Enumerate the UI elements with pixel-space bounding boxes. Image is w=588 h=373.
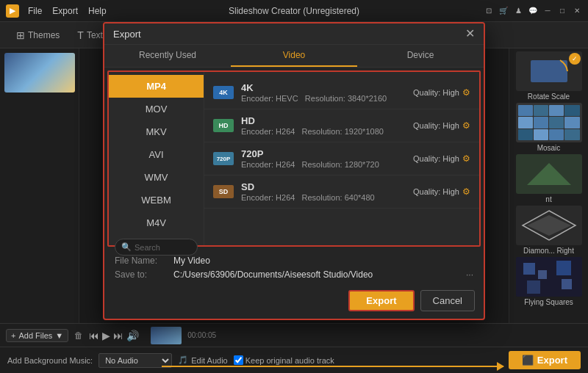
win-user-btn[interactable]: ♟	[513, 6, 523, 16]
format-mov[interactable]: MOV	[109, 98, 204, 120]
effect-flying-squares[interactable]: Flying Squares	[512, 257, 585, 306]
quality-720p-details: Encoder: H264 Resolution: 1280*720	[241, 160, 379, 169]
diamond-preview-svg	[520, 208, 578, 243]
effect-mosaic[interactable]: Mosaic	[512, 103, 585, 152]
keep-audio-checkbox[interactable]	[234, 355, 243, 365]
main-layout: Export ✕ Recently Used Video Device MP4 …	[0, 48, 588, 323]
add-files-button[interactable]: + Add Files ▼	[6, 329, 68, 342]
quality-4k-info: 4K Encoder: HEVC Resolution: 3840*2160	[241, 82, 387, 103]
quality-list: 4K 4K Encoder: HEVC Resolution: 3840*216…	[204, 72, 479, 245]
time-display: 00:00:05	[187, 331, 216, 339]
export-main-button[interactable]: ⬛ Export	[509, 351, 581, 369]
quality-sd-right: Quality: High ⚙	[413, 186, 470, 197]
quality-hd-info: HD Encoder: H264 Resolution: 1920*1080	[241, 115, 384, 136]
quality-4k-gear[interactable]: ⚙	[462, 87, 470, 98]
win-maximize-btn[interactable]: □	[557, 6, 567, 16]
format-wmv[interactable]: WMV	[109, 166, 204, 189]
effect-diamond-right[interactable]: Diamon... Right	[512, 206, 585, 255]
add-files-dropdown-icon: ▼	[55, 331, 63, 340]
format-webm[interactable]: WEBM	[109, 189, 204, 211]
flying-preview-svg	[516, 257, 582, 297]
win-chat-btn[interactable]: 💬	[528, 6, 538, 16]
text-icon: T	[77, 29, 84, 41]
cancel-button[interactable]: Cancel	[420, 290, 475, 311]
quality-sd[interactable]: SD SD Encoder: H264 Resolution: 640*480 …	[204, 175, 479, 209]
left-panel	[0, 48, 79, 323]
quality-720p-right: Quality: High ⚙	[413, 153, 470, 164]
quality-hd-details: Encoder: H264 Resolution: 1920*1080	[241, 127, 384, 136]
quality-720p[interactable]: 720P 720P Encoder: H264 Resolution: 1280…	[204, 142, 479, 175]
effect-mosaic-thumb	[516, 103, 582, 142]
quality-4k-label: Quality: High	[413, 88, 459, 97]
edit-audio-button[interactable]: 🎵 Edit Audio	[178, 355, 228, 365]
file-info: File Name: My Video Save to: C:/Users/63…	[104, 250, 484, 286]
keep-audio-checkbox-row: Keep original audio track	[234, 355, 334, 365]
quality-4k-name: 4K	[241, 82, 387, 93]
win-cart-btn[interactable]: 🛒	[498, 6, 509, 16]
effect-rotate-label: Rotate Scale	[528, 93, 570, 101]
format-mp4[interactable]: MP4	[109, 75, 204, 98]
right-panel: ✓ Rotate Scale	[509, 48, 588, 323]
quality-4k-details: Encoder: HEVC Resolution: 3840*2160	[241, 94, 387, 103]
add-files-icon: +	[11, 331, 15, 340]
tab-device[interactable]: Device	[357, 45, 484, 67]
tab-recently-used[interactable]: Recently Used	[104, 45, 231, 67]
effect-nt[interactable]: nt	[512, 154, 585, 203]
quality-720p-gear[interactable]: ⚙	[462, 153, 470, 164]
quality-hd-right: Quality: High ⚙	[413, 120, 470, 131]
export-icon: ⬛	[522, 355, 534, 366]
dialog-header: Export ✕	[104, 23, 484, 45]
volume-button[interactable]: 🔊	[126, 330, 139, 341]
quality-4k-right: Quality: High ⚙	[413, 87, 470, 98]
win-minimize-btn[interactable]: ─	[542, 6, 553, 16]
window-controls: ⊡ 🛒 ♟ 💬 ─ □ ✕	[484, 6, 582, 16]
saveto-more-button[interactable]: ···	[466, 269, 473, 280]
format-mkv[interactable]: MKV	[109, 120, 204, 143]
export-bottom-bar: Add Background Music: No Audio 🎵 Edit Au…	[0, 347, 588, 373]
quality-hd-gear[interactable]: ⚙	[462, 120, 470, 131]
quality-sd-details: Encoder: H264 Resolution: 640*480	[241, 193, 375, 202]
quality-sd-label: Quality: High	[413, 187, 459, 196]
skip-back-button[interactable]: ⏮	[89, 330, 99, 341]
badge-720p: 720P	[213, 152, 234, 165]
tab-themes[interactable]: ⊞ Themes	[9, 26, 67, 44]
effect-nt-label: nt	[545, 195, 551, 203]
skip-forward-button[interactable]: ⏭	[113, 330, 123, 341]
win-close-btn[interactable]: ✕	[572, 6, 582, 16]
dialog-close-button[interactable]: ✕	[465, 28, 475, 40]
app-title: Slideshow Creator (Unregistered)	[229, 6, 359, 16]
format-m4v[interactable]: M4V	[109, 211, 204, 234]
format-avi[interactable]: AVI	[109, 143, 204, 166]
quality-720p-info: 720P Encoder: H264 Resolution: 1280*720	[241, 148, 379, 169]
title-bar: ▶ File Export Help Slideshow Creator (Un…	[0, 0, 588, 22]
menu-help[interactable]: Help	[88, 6, 107, 16]
quality-4k[interactable]: 4K 4K Encoder: HEVC Resolution: 3840*216…	[204, 76, 479, 109]
menu-file[interactable]: File	[28, 6, 42, 16]
effect-flying-label: Flying Squares	[524, 298, 573, 306]
effect-diamond-label: Diamon... Right	[523, 247, 574, 255]
export-label: Export	[537, 355, 567, 366]
svg-rect-7	[523, 263, 535, 275]
dialog-body: MP4 MOV MKV AVI WMV WEBM M4V 🔍 Search	[107, 70, 481, 247]
quality-hd[interactable]: HD HD Encoder: H264 Resolution: 1920*108…	[204, 109, 479, 142]
themes-icon: ⊞	[16, 29, 25, 41]
effect-rotate-scale[interactable]: ✓ Rotate Scale	[512, 51, 585, 101]
rotate-preview-svg	[527, 57, 571, 86]
filename-label: File Name:	[115, 256, 168, 266]
quality-sd-info: SD Encoder: H264 Resolution: 640*480	[241, 181, 375, 202]
tab-video[interactable]: Video	[231, 45, 357, 67]
win-grid-btn[interactable]: ⊡	[484, 6, 494, 16]
filename-row: File Name: My Video	[115, 256, 473, 266]
svg-rect-0	[531, 60, 567, 82]
filename-value[interactable]: My Video	[173, 256, 210, 266]
export-button[interactable]: Export	[348, 290, 414, 311]
menu-items: File Export Help	[28, 6, 107, 16]
play-button[interactable]: ▶	[102, 330, 110, 341]
effect-nt-thumb	[516, 154, 582, 194]
badge-4k: 4K	[213, 86, 234, 99]
timeline-bar: + Add Files ▼ 🗑 ⏮ ▶ ⏭ 🔊 00:00:05	[0, 323, 588, 347]
delete-icon[interactable]: 🗑	[74, 330, 83, 341]
menu-export[interactable]: Export	[52, 6, 78, 16]
quality-sd-gear[interactable]: ⚙	[462, 186, 470, 197]
add-files-label: Add Files	[18, 331, 52, 340]
